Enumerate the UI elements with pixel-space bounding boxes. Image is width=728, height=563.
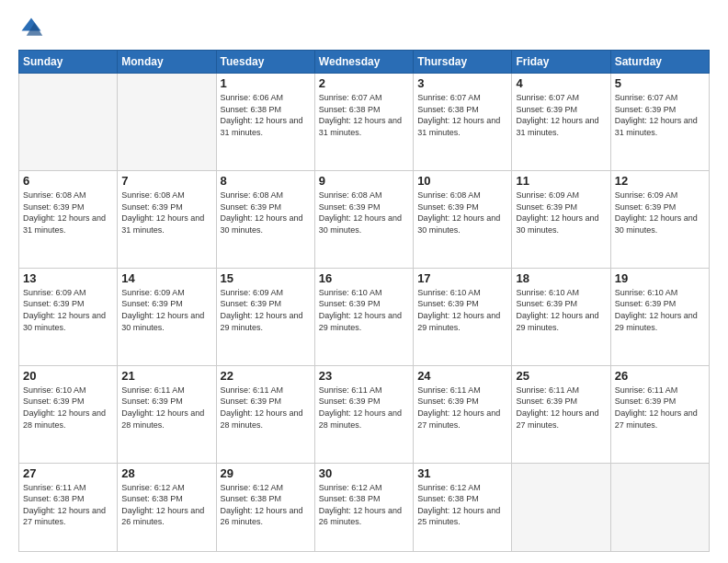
day-info: Sunrise: 6:11 AM Sunset: 6:39 PM Dayligh… <box>221 385 311 431</box>
day-number: 31 <box>417 466 507 480</box>
weekday-header-row: SundayMondayTuesdayWednesdayThursdayFrid… <box>19 51 710 74</box>
day-number: 10 <box>417 174 507 188</box>
day-number: 14 <box>121 271 211 285</box>
day-cell: 31Sunrise: 6:12 AM Sunset: 6:38 PM Dayli… <box>414 463 512 551</box>
day-cell <box>512 463 610 551</box>
day-number: 21 <box>121 369 211 383</box>
day-cell: 2Sunrise: 6:07 AM Sunset: 6:38 PM Daylig… <box>314 74 413 171</box>
day-number: 29 <box>221 466 311 480</box>
header <box>18 15 710 40</box>
day-info: Sunrise: 6:10 AM Sunset: 6:39 PM Dayligh… <box>319 287 409 333</box>
weekday-header-wednesday: Wednesday <box>314 51 413 74</box>
day-number: 15 <box>221 271 311 285</box>
day-number: 11 <box>516 174 606 188</box>
day-info: Sunrise: 6:12 AM Sunset: 6:38 PM Dayligh… <box>121 482 211 528</box>
day-number: 20 <box>23 369 113 383</box>
day-number: 16 <box>319 271 409 285</box>
day-info: Sunrise: 6:09 AM Sunset: 6:39 PM Dayligh… <box>121 287 211 333</box>
day-cell: 18Sunrise: 6:10 AM Sunset: 6:39 PM Dayli… <box>512 268 610 365</box>
day-number: 30 <box>319 466 409 480</box>
day-cell: 12Sunrise: 6:09 AM Sunset: 6:39 PM Dayli… <box>610 170 709 268</box>
day-info: Sunrise: 6:11 AM Sunset: 6:39 PM Dayligh… <box>121 385 211 431</box>
day-info: Sunrise: 6:08 AM Sunset: 6:39 PM Dayligh… <box>417 190 507 236</box>
weekday-header-tuesday: Tuesday <box>216 51 314 74</box>
day-info: Sunrise: 6:11 AM Sunset: 6:39 PM Dayligh… <box>417 385 507 431</box>
day-number: 1 <box>221 76 311 90</box>
day-info: Sunrise: 6:08 AM Sunset: 6:39 PM Dayligh… <box>121 190 211 236</box>
day-cell: 7Sunrise: 6:08 AM Sunset: 6:39 PM Daylig… <box>118 170 216 268</box>
day-number: 17 <box>417 271 507 285</box>
weekday-header-monday: Monday <box>118 51 216 74</box>
day-info: Sunrise: 6:07 AM Sunset: 6:39 PM Dayligh… <box>516 92 606 138</box>
day-cell: 14Sunrise: 6:09 AM Sunset: 6:39 PM Dayli… <box>118 268 216 365</box>
day-cell: 1Sunrise: 6:06 AM Sunset: 6:38 PM Daylig… <box>216 74 314 171</box>
day-cell <box>610 463 709 551</box>
day-cell: 20Sunrise: 6:10 AM Sunset: 6:39 PM Dayli… <box>19 365 118 463</box>
day-cell: 13Sunrise: 6:09 AM Sunset: 6:39 PM Dayli… <box>19 268 118 365</box>
day-number: 19 <box>615 271 705 285</box>
day-info: Sunrise: 6:10 AM Sunset: 6:39 PM Dayligh… <box>417 287 507 333</box>
day-cell: 29Sunrise: 6:12 AM Sunset: 6:38 PM Dayli… <box>216 463 314 551</box>
day-info: Sunrise: 6:11 AM Sunset: 6:38 PM Dayligh… <box>23 482 113 528</box>
day-number: 27 <box>23 466 113 480</box>
day-cell: 6Sunrise: 6:08 AM Sunset: 6:39 PM Daylig… <box>19 170 118 268</box>
day-number: 23 <box>319 369 409 383</box>
day-number: 5 <box>615 76 705 90</box>
week-row-2: 13Sunrise: 6:09 AM Sunset: 6:39 PM Dayli… <box>19 268 710 365</box>
day-number: 24 <box>417 369 507 383</box>
day-cell: 19Sunrise: 6:10 AM Sunset: 6:39 PM Dayli… <box>610 268 709 365</box>
day-info: Sunrise: 6:12 AM Sunset: 6:38 PM Dayligh… <box>319 482 409 528</box>
day-info: Sunrise: 6:09 AM Sunset: 6:39 PM Dayligh… <box>221 287 311 333</box>
day-cell: 21Sunrise: 6:11 AM Sunset: 6:39 PM Dayli… <box>118 365 216 463</box>
day-info: Sunrise: 6:08 AM Sunset: 6:39 PM Dayligh… <box>23 190 113 236</box>
day-cell: 27Sunrise: 6:11 AM Sunset: 6:38 PM Dayli… <box>19 463 118 551</box>
day-cell: 4Sunrise: 6:07 AM Sunset: 6:39 PM Daylig… <box>512 74 610 171</box>
day-number: 8 <box>221 174 311 188</box>
day-cell: 28Sunrise: 6:12 AM Sunset: 6:38 PM Dayli… <box>118 463 216 551</box>
week-row-0: 1Sunrise: 6:06 AM Sunset: 6:38 PM Daylig… <box>19 74 710 171</box>
day-info: Sunrise: 6:09 AM Sunset: 6:39 PM Dayligh… <box>615 190 705 236</box>
logo <box>18 15 48 40</box>
day-number: 4 <box>516 76 606 90</box>
weekday-header-saturday: Saturday <box>610 51 709 74</box>
day-cell: 11Sunrise: 6:09 AM Sunset: 6:39 PM Dayli… <box>512 170 610 268</box>
day-cell: 23Sunrise: 6:11 AM Sunset: 6:39 PM Dayli… <box>314 365 413 463</box>
day-number: 3 <box>417 76 507 90</box>
day-info: Sunrise: 6:10 AM Sunset: 6:39 PM Dayligh… <box>516 287 606 333</box>
day-number: 22 <box>221 369 311 383</box>
day-info: Sunrise: 6:08 AM Sunset: 6:39 PM Dayligh… <box>221 190 311 236</box>
day-info: Sunrise: 6:07 AM Sunset: 6:39 PM Dayligh… <box>615 92 705 138</box>
day-info: Sunrise: 6:10 AM Sunset: 6:39 PM Dayligh… <box>23 385 113 431</box>
day-cell: 26Sunrise: 6:11 AM Sunset: 6:39 PM Dayli… <box>610 365 709 463</box>
day-cell <box>19 74 118 171</box>
day-number: 6 <box>23 174 113 188</box>
day-number: 26 <box>615 369 705 383</box>
day-info: Sunrise: 6:06 AM Sunset: 6:38 PM Dayligh… <box>221 92 311 138</box>
day-cell: 15Sunrise: 6:09 AM Sunset: 6:39 PM Dayli… <box>216 268 314 365</box>
day-cell: 3Sunrise: 6:07 AM Sunset: 6:38 PM Daylig… <box>414 74 512 171</box>
week-row-4: 27Sunrise: 6:11 AM Sunset: 6:38 PM Dayli… <box>19 463 710 551</box>
generalblue-icon <box>18 15 44 40</box>
day-cell: 30Sunrise: 6:12 AM Sunset: 6:38 PM Dayli… <box>314 463 413 551</box>
day-number: 28 <box>121 466 211 480</box>
weekday-header-thursday: Thursday <box>414 51 512 74</box>
week-row-3: 20Sunrise: 6:10 AM Sunset: 6:39 PM Dayli… <box>19 365 710 463</box>
day-cell: 17Sunrise: 6:10 AM Sunset: 6:39 PM Dayli… <box>414 268 512 365</box>
day-cell: 8Sunrise: 6:08 AM Sunset: 6:39 PM Daylig… <box>216 170 314 268</box>
weekday-header-friday: Friday <box>512 51 610 74</box>
day-number: 18 <box>516 271 606 285</box>
day-info: Sunrise: 6:12 AM Sunset: 6:38 PM Dayligh… <box>417 482 507 528</box>
day-info: Sunrise: 6:07 AM Sunset: 6:38 PM Dayligh… <box>417 92 507 138</box>
day-info: Sunrise: 6:10 AM Sunset: 6:39 PM Dayligh… <box>615 287 705 333</box>
day-info: Sunrise: 6:09 AM Sunset: 6:39 PM Dayligh… <box>23 287 113 333</box>
day-info: Sunrise: 6:11 AM Sunset: 6:39 PM Dayligh… <box>516 385 606 431</box>
day-cell: 24Sunrise: 6:11 AM Sunset: 6:39 PM Dayli… <box>414 365 512 463</box>
day-number: 13 <box>23 271 113 285</box>
day-info: Sunrise: 6:12 AM Sunset: 6:38 PM Dayligh… <box>221 482 311 528</box>
day-info: Sunrise: 6:08 AM Sunset: 6:39 PM Dayligh… <box>319 190 409 236</box>
day-info: Sunrise: 6:07 AM Sunset: 6:38 PM Dayligh… <box>319 92 409 138</box>
day-cell: 5Sunrise: 6:07 AM Sunset: 6:39 PM Daylig… <box>610 74 709 171</box>
day-number: 25 <box>516 369 606 383</box>
day-number: 12 <box>615 174 705 188</box>
weekday-header-sunday: Sunday <box>19 51 118 74</box>
